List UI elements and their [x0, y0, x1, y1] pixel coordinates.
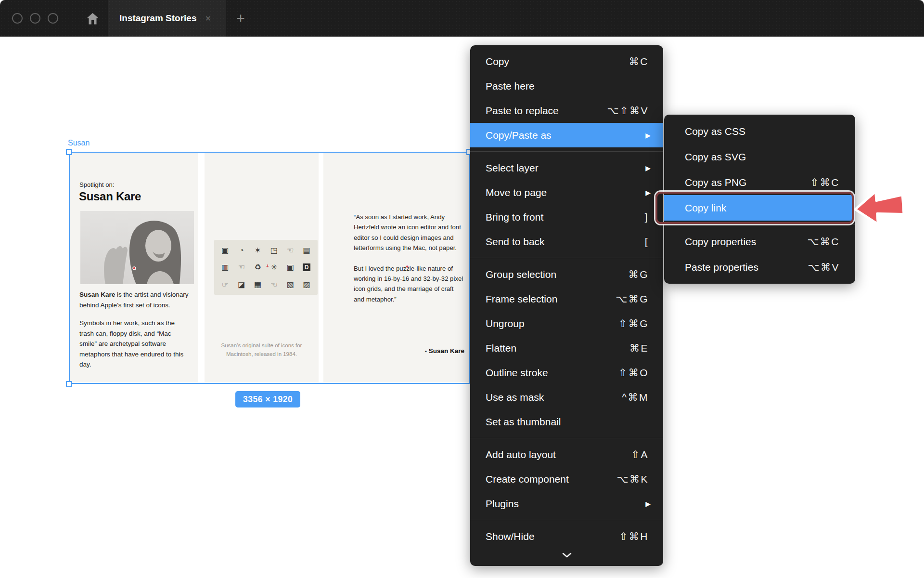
menu-item-shortcut: ] — [645, 211, 649, 223]
menu-item-label: Frame selection — [486, 293, 616, 305]
susan-kare-photo — [80, 211, 194, 284]
menu-item-label: Ungroup — [486, 318, 619, 329]
text-document-icon: ▥ — [217, 259, 233, 276]
new-tab-button[interactable]: + — [230, 0, 251, 37]
frame-name-label[interactable]: Susan — [68, 139, 90, 147]
menu-item-label: Paste to replace — [486, 105, 607, 117]
menu-item-label: Copy as PNG — [685, 177, 810, 188]
menu-item-shortcut: [ — [645, 236, 649, 248]
selection-dimensions-badge: 3356 × 1920 — [235, 391, 300, 407]
tab-close-icon[interactable]: × — [205, 13, 211, 23]
menu-item-label: Paste here — [486, 80, 649, 92]
menu-scroll-more[interactable] — [470, 549, 663, 562]
menu-item-plugins[interactable]: Plugins▶ — [470, 491, 663, 516]
menu-item-shortcut: ⇧⌘O — [619, 367, 649, 379]
menu-item-label: Set as thumbnail — [486, 416, 649, 428]
folded-doc-icon: ◪ — [233, 276, 250, 293]
menu-item-set-as-thumbnail[interactable]: Set as thumbnail — [470, 409, 663, 434]
menu-item-label: Move to page — [486, 187, 645, 198]
window-titlebar: Instagram Stories × + — [0, 0, 924, 37]
submenu-arrow-icon: ▶ — [645, 164, 651, 172]
menu-item-shortcut: ⌥⌘C — [807, 236, 840, 248]
menu-item-paste-to-replace[interactable]: Paste to replace⌥⇧⌘V — [470, 98, 663, 123]
menu-item-paste-here[interactable]: Paste here — [470, 74, 663, 98]
copies-stack-icon: ▦ — [250, 276, 266, 293]
menu-item-label: Copy properties — [685, 236, 807, 248]
red-plus-mark: + — [266, 263, 269, 269]
menu-item-copy-paste-as[interactable]: Copy/Paste as▶ — [470, 123, 663, 147]
menu-item-group-selection[interactable]: Group selection⌘G — [470, 262, 663, 287]
menu-item-show-hide[interactable]: Show/Hide⇧⌘H — [470, 524, 663, 549]
hand-write-icon: ☜ — [233, 259, 250, 276]
resize-handle-top-left[interactable] — [66, 149, 72, 155]
spotlight-body-2: Symbols in her work, such as the trash c… — [79, 318, 189, 370]
menu-item-move-to-page[interactable]: Move to page▶ — [470, 180, 663, 205]
tab-title: Instagram Stories — [119, 13, 197, 24]
icons-caption: Susan’s original suite of icons for Maci… — [205, 342, 319, 359]
menu-item-label: Outline stroke — [486, 367, 619, 379]
bomb-icon: ✶ — [250, 242, 266, 259]
menu-item-shortcut: ⇧⌘H — [619, 531, 649, 542]
menu-item-frame-selection[interactable]: Frame selection⌥⌘G — [470, 287, 663, 311]
menu-item-shortcut: ⌘C — [629, 56, 649, 67]
mac-document-icon: ▣ — [282, 259, 298, 276]
command-key-icon: +✳ — [266, 259, 282, 276]
menu-item-shortcut: ⌘E — [629, 342, 649, 354]
dark-d-icon: D — [298, 259, 315, 276]
paper-stack-icon: ▨ — [298, 276, 315, 293]
menu-item-copy-properties[interactable]: Copy properties⌥⌘C — [664, 229, 855, 254]
menu-item-copy[interactable]: Copy⌘C — [470, 49, 663, 74]
menu-item-label: Copy — [486, 56, 629, 67]
figma-app-window: Instagram Stories × + Susan Spotlight on… — [0, 0, 924, 578]
menu-item-outline-stroke[interactable]: Outline stroke⇧⌘O — [470, 360, 663, 385]
menu-separator — [664, 224, 855, 225]
menu-item-shortcut: ⌥⌘G — [616, 293, 649, 305]
submenu-arrow-icon: ▶ — [645, 189, 651, 197]
quote-text: “As soon as I started work, Andy Hertzfe… — [354, 212, 466, 315]
resize-handle-bottom-left[interactable] — [66, 381, 72, 387]
window-minimize-button[interactable] — [30, 13, 40, 24]
menu-item-label: Copy/Paste as — [486, 130, 645, 141]
menu-item-send-to-back[interactable]: Send to back[ — [470, 229, 663, 254]
quote-attribution: - Susan Kare — [354, 347, 464, 355]
menu-item-select-layer[interactable]: Select layer▶ — [470, 156, 663, 180]
trash-can-icon: ♻ — [250, 259, 266, 276]
menu-item-label: Group selection — [486, 269, 629, 280]
hand-doc-icon: ☜ — [266, 276, 282, 293]
window-zoom-button[interactable] — [48, 13, 58, 24]
tab-instagram-stories[interactable]: Instagram Stories × — [108, 0, 226, 37]
submenu-arrow-icon: ▶ — [645, 500, 651, 508]
window-close-button[interactable] — [12, 13, 23, 24]
menu-separator — [470, 438, 663, 438]
menu-item-paste-properties[interactable]: Paste properties⌥⌘V — [664, 254, 855, 280]
menu-item-shortcut: ⇧⌘G — [619, 318, 649, 329]
hand-point-icon: ☞ — [217, 276, 233, 293]
spotlight-body-bold: Susan Kare — [79, 291, 115, 298]
spotlight-title: Susan Kare — [79, 190, 141, 203]
menu-item-create-component[interactable]: Create component⌥⌘K — [470, 467, 663, 491]
menu-separator — [470, 520, 663, 520]
menu-item-label: Copy as SVG — [685, 151, 840, 163]
menu-item-copy-as-svg[interactable]: Copy as SVG — [664, 144, 855, 170]
menu-item-label: Flatten — [486, 342, 629, 354]
spotlight-body-1: Susan Kare is the artist and visionary b… — [79, 289, 189, 310]
menu-item-use-as-mask[interactable]: Use as mask^⌘M — [470, 385, 663, 409]
menu-item-copy-as-css[interactable]: Copy as CSS — [664, 118, 855, 144]
toolbox-icon: ◳ — [266, 242, 282, 259]
menu-item-label: Send to back — [486, 236, 645, 248]
menu-separator — [470, 258, 663, 258]
annotation-highlight-box — [655, 192, 854, 224]
menu-item-shortcut: ⌥⌘V — [808, 262, 840, 273]
menu-item-shortcut: ^⌘M — [622, 392, 649, 403]
menu-item-label: Add auto layout — [486, 449, 631, 460]
menu-item-flatten[interactable]: Flatten⌘E — [470, 336, 663, 360]
menu-item-shortcut: ⌥⌘K — [616, 473, 649, 485]
menu-item-label: Select layer — [486, 162, 645, 174]
menu-item-shortcut: ⌥⇧⌘V — [607, 105, 649, 117]
menu-item-bring-to-front[interactable]: Bring to front] — [470, 205, 663, 229]
menu-item-ungroup[interactable]: Ungroup⇧⌘G — [470, 311, 663, 336]
watch-icon: ◔ — [233, 242, 250, 259]
menu-item-add-auto-layout[interactable]: Add auto layout⇧A — [470, 442, 663, 467]
spotlight-eyebrow: Spotlight on: — [79, 181, 114, 188]
home-button[interactable] — [77, 0, 108, 37]
